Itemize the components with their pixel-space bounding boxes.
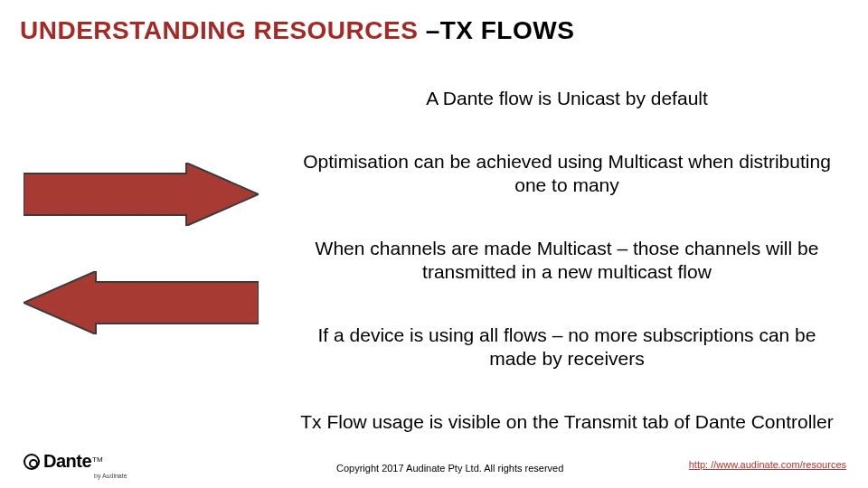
bullet-item: If a device is using all flows – no more… <box>289 324 844 371</box>
resources-link[interactable]: http: //www.audinate.com/resources <box>689 459 846 470</box>
arrow-left-icon <box>24 271 259 334</box>
svg-marker-0 <box>24 163 259 226</box>
bullet-list: A Dante flow is Unicast by default Optim… <box>289 87 844 434</box>
brand-logo: DanteTM <box>24 451 103 472</box>
svg-marker-1 <box>24 271 259 334</box>
logo-text: Dante <box>43 451 91 471</box>
arrow-right-icon <box>24 163 259 226</box>
bullet-item: Optimisation can be achieved using Multi… <box>289 150 844 198</box>
bullet-item: Tx Flow usage is visible on the Transmit… <box>289 410 844 434</box>
bullet-item: A Dante flow is Unicast by default <box>289 87 844 110</box>
title-red: UNDERSTANDING RESOURCES <box>20 16 426 44</box>
title-black: –TX FLOWS <box>426 16 575 44</box>
logo-subtext: by Audinate <box>94 473 127 479</box>
copyright-text: Copyright 2017 Audinate Pty Ltd. All rig… <box>336 463 563 474</box>
bullet-item: When channels are made Multicast – those… <box>289 237 844 285</box>
logo-tm: TM <box>92 455 103 464</box>
slide: UNDERSTANDING RESOURCES –TX FLOWS A Dant… <box>0 0 868 488</box>
slide-title: UNDERSTANDING RESOURCES –TX FLOWS <box>20 16 574 45</box>
logo-mark-icon <box>24 454 40 470</box>
footer: DanteTM by Audinate Copyright 2017 Audin… <box>0 457 868 479</box>
